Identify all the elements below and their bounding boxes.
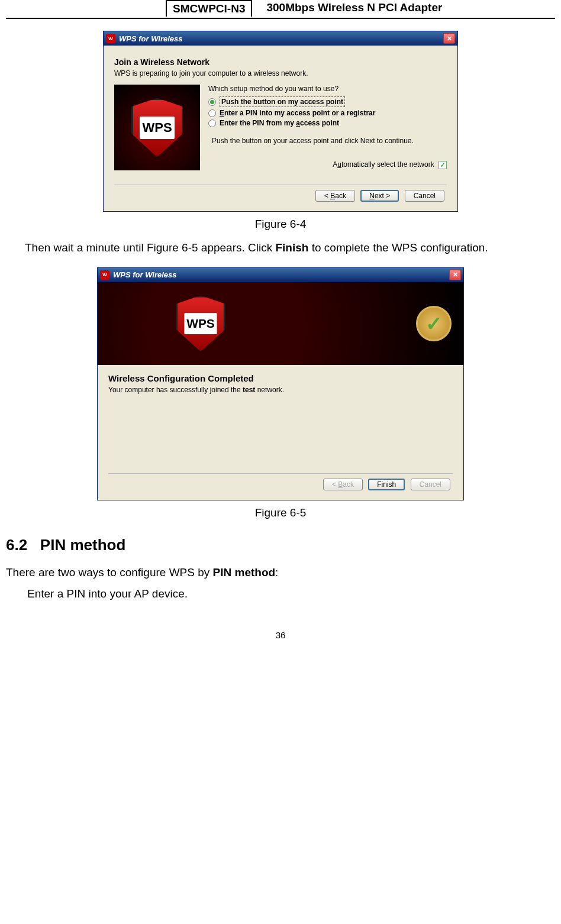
radio-icon bbox=[208, 98, 216, 106]
radio-label: Push the button on my access point bbox=[220, 96, 345, 107]
next-button[interactable]: Next > bbox=[360, 190, 399, 202]
titlebar: W WPS for Wireless ✕ bbox=[98, 268, 463, 282]
divider bbox=[114, 185, 447, 185]
page-number: 36 bbox=[6, 630, 555, 640]
radio-label: Enter the PIN from my access point bbox=[220, 119, 339, 127]
window-title: WPS for Wireless bbox=[113, 270, 449, 279]
radio-icon bbox=[208, 119, 216, 127]
app-icon: W bbox=[100, 270, 109, 280]
shield-icon: WPS bbox=[131, 98, 183, 157]
radio-pin-from-ap[interactable]: Enter the PIN from my access point bbox=[208, 119, 447, 127]
radio-icon bbox=[208, 109, 216, 117]
dialog-heading: Join a Wireless Network bbox=[114, 57, 447, 67]
divider bbox=[108, 473, 453, 474]
doc-header: SMCWPCI-N3 300Mbps Wireless N PCI Adapte… bbox=[6, 0, 555, 19]
auto-select-label: Automatically select the network bbox=[333, 160, 434, 169]
wps-logo-panel: WPS bbox=[114, 85, 200, 170]
back-button[interactable]: < Back bbox=[315, 190, 355, 202]
shield-label: WPS bbox=[184, 313, 217, 334]
header-model: SMCWPCI-N3 bbox=[166, 0, 252, 17]
dialog-subtext: WPS is preparing to join your computer t… bbox=[114, 69, 447, 77]
completed-heading: Wireless Configuration Completed bbox=[108, 373, 453, 383]
auto-select-checkbox[interactable]: ✓ bbox=[439, 161, 447, 169]
finish-button[interactable]: Finish bbox=[368, 479, 405, 490]
radio-push-button[interactable]: Push the button on my access point bbox=[208, 96, 447, 107]
figure-caption-6-5: Figure 6-5 bbox=[6, 506, 555, 519]
success-check-icon: ✓ bbox=[416, 306, 452, 341]
figure-caption-6-4: Figure 6-4 bbox=[6, 218, 555, 231]
radio-label: Enter a PIN into my access point or a re… bbox=[220, 109, 375, 117]
instruction-text: Push the button on your access point and… bbox=[212, 137, 447, 145]
back-button: < Back bbox=[323, 479, 363, 490]
pin-method-intro: There are two ways to configure WPS by P… bbox=[6, 566, 555, 579]
auto-select-row: Automatically select the network ✓ bbox=[208, 160, 447, 169]
setup-question: Which setup method do you want to use? bbox=[208, 85, 447, 93]
completed-text: Your computer has successfully joined th… bbox=[108, 386, 453, 394]
step-4-text: 4.Then wait a minute until Figure 6-5 ap… bbox=[6, 240, 555, 256]
section-heading-6-2: 6.2 PIN method bbox=[6, 536, 555, 554]
pin-method-step-1: 1Enter a PIN into your AP device. bbox=[6, 587, 555, 600]
hero-banner: WPS ✓ bbox=[98, 282, 463, 365]
wps-dialog-join: W WPS for Wireless ✕ Join a Wireless Net… bbox=[103, 31, 458, 212]
close-icon[interactable]: ✕ bbox=[443, 33, 455, 44]
radio-enter-pin-ap[interactable]: Enter a PIN into my access point or a re… bbox=[208, 109, 447, 117]
close-icon[interactable]: ✕ bbox=[449, 270, 461, 280]
cancel-button: Cancel bbox=[411, 479, 450, 490]
shield-label: WPS bbox=[140, 117, 174, 139]
window-title: WPS for Wireless bbox=[119, 34, 443, 43]
wps-dialog-completed: W WPS for Wireless ✕ WPS ✓ Wireless Conf… bbox=[97, 267, 464, 500]
app-icon: W bbox=[106, 34, 115, 43]
titlebar: W WPS for Wireless ✕ bbox=[104, 31, 457, 46]
cancel-button[interactable]: Cancel bbox=[405, 190, 444, 202]
header-product: 300Mbps Wireless N PCI Adapter bbox=[260, 0, 555, 17]
shield-icon: WPS bbox=[176, 295, 225, 351]
